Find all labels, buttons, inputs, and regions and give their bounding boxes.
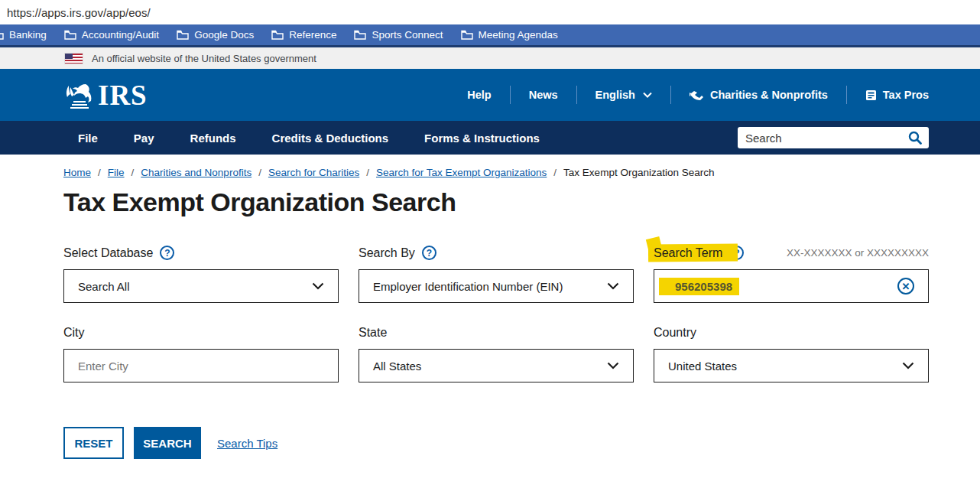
search-term-input[interactable]: 956205398 ✕ — [654, 269, 929, 303]
browser-url-bar[interactable]: https://apps.irs.gov/app/eos/ — [0, 0, 980, 24]
clear-input-icon[interactable]: ✕ — [897, 278, 914, 295]
search-icon[interactable] — [907, 130, 923, 145]
nav-item-refunds[interactable]: Refunds — [190, 132, 236, 145]
folder-icon — [64, 30, 76, 40]
site-search-input[interactable] — [745, 132, 907, 145]
bookmarks-bar: Banking Accounting/Audit Google Docs Ref… — [0, 24, 980, 47]
breadcrumb-search-tax-exempt-orgs[interactable]: Search for Tax Exempt Organizations — [376, 167, 547, 178]
page-title: Tax Exempt Organization Search — [63, 187, 929, 217]
charities-nonprofits-link[interactable]: Charities & Nonprofits — [671, 89, 846, 101]
reset-button[interactable]: RESET — [63, 427, 124, 459]
city-label: City — [63, 326, 339, 340]
chevron-down-icon — [643, 92, 652, 98]
city-input[interactable] — [78, 360, 324, 373]
irs-header: IRS Help News English Charities & Nonpro… — [0, 69, 980, 121]
folder-icon — [0, 30, 4, 40]
bookmark-reference[interactable]: Reference — [271, 29, 336, 41]
tax-pros-link[interactable]: Tax Pros — [847, 89, 929, 101]
bookmark-banking[interactable]: Banking — [0, 29, 47, 41]
breadcrumb-home[interactable]: Home — [63, 167, 91, 178]
chevron-down-icon — [607, 282, 619, 290]
search-term-label-row: Search Term ? XX-XXXXXXX or XXXXXXXXX — [654, 246, 929, 260]
breadcrumb-charities-nonprofits[interactable]: Charities and Nonprofits — [141, 167, 251, 178]
search-button[interactable]: SEARCH — [134, 427, 201, 459]
handshake-icon — [690, 90, 704, 100]
folder-icon — [461, 30, 473, 40]
search-by-dropdown[interactable]: Employer Identification Number (EIN) — [359, 269, 634, 303]
search-tips-link[interactable]: Search Tips — [217, 437, 277, 450]
breadcrumb: Home / File / Charities and Nonprofits /… — [63, 167, 929, 178]
folder-icon — [354, 30, 366, 40]
select-database-label-row: Select Database ? — [63, 246, 339, 260]
nav-item-file[interactable]: File — [78, 132, 98, 145]
breadcrumb-search-charities[interactable]: Search for Charities — [268, 167, 359, 178]
form-labels-row-2: City State Country — [63, 326, 929, 340]
us-flag-icon — [65, 54, 83, 63]
nav-item-forms-instructions[interactable]: Forms & Instructions — [424, 132, 540, 145]
folder-icon — [271, 30, 284, 40]
search-term-label-highlight: Search Term — [654, 246, 722, 260]
country-dropdown[interactable]: United States — [654, 349, 929, 382]
search-term-value[interactable]: 956205398 — [659, 278, 739, 295]
bookmark-accounting-audit[interactable]: Accounting/Audit — [64, 29, 159, 41]
book-icon — [865, 90, 877, 101]
chevron-down-icon — [902, 362, 914, 369]
city-input-wrap[interactable] — [63, 349, 339, 382]
chevron-down-icon — [312, 282, 324, 290]
irs-eagle-icon — [63, 78, 96, 112]
chevron-down-icon — [607, 362, 619, 369]
country-label: Country — [654, 326, 929, 340]
nav-item-pay[interactable]: Pay — [134, 132, 154, 145]
form-fields-row-1: Search All Employer Identification Numbe… — [63, 269, 929, 303]
header-links: Help News English Charities & Nonprofits — [449, 86, 929, 104]
help-icon[interactable]: ? — [160, 246, 174, 260]
state-dropdown[interactable]: All States — [359, 349, 634, 382]
irs-logo[interactable]: IRS — [63, 78, 148, 112]
official-banner-text: An official website of the United States… — [92, 53, 316, 64]
bookmark-meeting-agendas[interactable]: Meeting Agendas — [461, 29, 558, 41]
breadcrumb-current: Tax Exempt Organization Search — [563, 167, 714, 178]
news-link[interactable]: News — [511, 89, 576, 101]
language-dropdown[interactable]: English — [577, 89, 670, 101]
official-gov-banner: An official website of the United States… — [0, 47, 980, 69]
select-database-dropdown[interactable]: Search All — [63, 269, 339, 303]
page-content: Home / File / Charities and Nonprofits /… — [0, 155, 980, 485]
search-by-label-row: Search By ? — [359, 246, 634, 260]
browser-window: https://apps.irs.gov/app/eos/ Banking Ac… — [0, 0, 980, 485]
site-search-box[interactable] — [738, 127, 929, 148]
state-label: State — [359, 326, 634, 340]
form-labels-row-1: Select Database ? Search By ? Search Ter… — [63, 246, 929, 260]
nav-item-credits-deductions[interactable]: Credits & Deductions — [272, 132, 389, 145]
breadcrumb-file[interactable]: File — [108, 167, 125, 178]
search-term-format-hint: XX-XXXXXXX or XXXXXXXXX — [787, 247, 929, 259]
help-link[interactable]: Help — [449, 89, 509, 101]
form-buttons-row: RESET SEARCH Search Tips — [63, 427, 929, 459]
folder-icon — [177, 30, 189, 40]
main-nav: File Pay Refunds Credits & Deductions Fo… — [0, 121, 980, 155]
bookmark-google-docs[interactable]: Google Docs — [177, 29, 254, 41]
url-text[interactable]: https://apps.irs.gov/app/eos/ — [7, 6, 151, 19]
form-fields-row-2: All States United States — [63, 349, 929, 382]
help-icon[interactable]: ? — [422, 246, 436, 260]
bookmark-sports-connect[interactable]: Sports Connect — [354, 29, 443, 41]
irs-logo-text: IRS — [98, 79, 148, 112]
